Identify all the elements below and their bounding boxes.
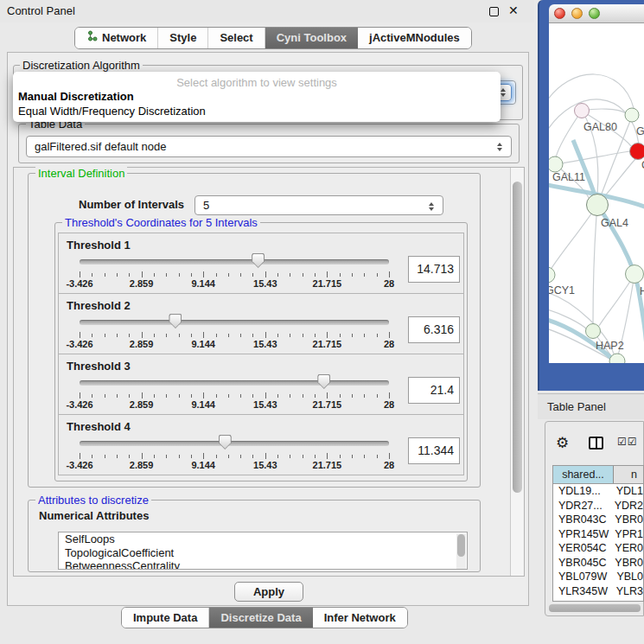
table-cell[interactable]: YPR1	[611, 527, 643, 542]
tab-jactivemnodules[interactable]: jActiveMNodules	[358, 28, 471, 48]
columns-icon[interactable]	[589, 437, 603, 450]
gear-icon[interactable]: ⚙	[556, 434, 569, 452]
tab-network[interactable]: Network	[75, 28, 158, 48]
bottom-tab-infer-network[interactable]: Infer Network	[313, 608, 407, 628]
slider-track[interactable]	[80, 259, 389, 265]
vertical-scrollbar[interactable]	[510, 168, 524, 576]
network-node[interactable]	[609, 354, 625, 363]
table-cell[interactable]: YDR27...	[553, 499, 611, 513]
tick-mark	[166, 273, 167, 277]
apply-button[interactable]: Apply	[234, 582, 303, 602]
table-data-combobox[interactable]: galFiltered.sif default node	[26, 136, 512, 157]
table-cell[interactable]: YBR0	[611, 513, 643, 527]
network-node-gcy1[interactable]	[549, 267, 555, 283]
zoom-traffic-light-icon[interactable]	[589, 8, 600, 19]
table-panel-title: Table Panel	[547, 400, 606, 413]
attributes-scrollbar[interactable]	[456, 533, 466, 569]
network-node-gal80[interactable]	[575, 104, 590, 118]
table-cell[interactable]: YDR2	[611, 499, 643, 513]
network-edge	[549, 205, 597, 272]
table-cell[interactable]: YLR345W	[553, 584, 613, 599]
network-node-gal11[interactable]	[549, 156, 563, 172]
select-checkboxes-icon[interactable]: ☑☑	[617, 436, 638, 448]
table-cell[interactable]: YDL19...	[553, 484, 613, 499]
attribute-list-item[interactable]: SelfLoops	[59, 532, 467, 546]
tick-mark	[166, 394, 167, 398]
table-row[interactable]: YDL19...YDL1	[553, 484, 643, 499]
table-cell[interactable]: YBR0	[611, 556, 643, 571]
table-cell[interactable]: YBR045C	[553, 556, 611, 571]
table-cell[interactable]: YBL079W	[553, 570, 613, 584]
attribute-list-item[interactable]: BetweennessCentrality	[59, 559, 467, 570]
threshold-slider[interactable]	[80, 252, 389, 270]
tick-mark	[277, 394, 278, 398]
table-cell[interactable]: YBL0	[613, 570, 643, 584]
close-traffic-light-icon[interactable]	[554, 8, 565, 19]
threshold-value-field[interactable]: 6.316	[408, 316, 460, 343]
network-window-titlebar[interactable]	[549, 4, 644, 23]
tab-label: Select	[220, 28, 252, 48]
network-node-hap2[interactable]	[586, 324, 601, 339]
attribute-list-item[interactable]: TopologicalCoefficient	[59, 546, 467, 560]
network-node-gal4[interactable]	[587, 194, 609, 216]
table-row[interactable]: YER054CYER0	[553, 541, 643, 556]
slider-track[interactable]	[80, 320, 389, 325]
tick-mark	[203, 392, 204, 399]
tick-label: 9.144	[191, 460, 215, 470]
slider-track[interactable]	[80, 380, 389, 386]
network-node-ga[interactable]	[625, 108, 639, 122]
table-row[interactable]: YIL052CYIL0	[553, 598, 643, 602]
threshold-value-field[interactable]: 14.713	[408, 256, 460, 283]
table-cell[interactable]: YLR3	[613, 584, 643, 599]
threshold-slider[interactable]	[80, 313, 389, 330]
network-node-c[interactable]	[630, 143, 644, 160]
column-header-name[interactable]: n	[614, 466, 643, 483]
numerical-attributes-list[interactable]: SelfLoopsTopologicalCoefficientBetweenne…	[58, 532, 468, 570]
tick-mark	[327, 271, 328, 277]
close-panel-icon[interactable]: ✕	[508, 3, 519, 17]
network-node-h[interactable]	[626, 265, 644, 284]
column-header-shared[interactable]: shared...	[553, 466, 614, 483]
slider-thumb-icon[interactable]	[169, 314, 182, 328]
bottom-tab-discretize-data[interactable]: Discretize Data	[209, 608, 312, 628]
threshold-label: Threshold 4	[67, 420, 131, 433]
table-row[interactable]: YBL079WYBL0	[553, 570, 643, 584]
table-cell[interactable]: YER054C	[553, 541, 611, 556]
table-row[interactable]: YLR345WYLR3	[553, 584, 643, 599]
dropdown-option-equal-width-frequency[interactable]: Equal Width/Frequency Discretization	[18, 105, 206, 118]
slider-thumb-icon[interactable]	[252, 253, 265, 268]
tick-label: 9.144	[191, 278, 215, 289]
network-canvas[interactable]: GAL80GACGAL11GAL4GCY1HHAP2	[549, 23, 644, 363]
tab-style[interactable]: Style	[158, 28, 208, 48]
tab-cyni-toolbox[interactable]: Cyni Toolbox	[265, 28, 358, 48]
interval-definition-title: Interval Definition	[35, 167, 127, 180]
slider-thumb-icon[interactable]	[317, 374, 330, 389]
number-of-intervals-combobox[interactable]: 5	[194, 195, 443, 215]
table-row[interactable]: YPR145WYPR1	[553, 527, 643, 542]
threshold-value-field[interactable]: 11.344	[408, 437, 460, 464]
horizontal-scrollbar-thumb[interactable]	[549, 604, 641, 612]
table-row[interactable]: YBR045CYBR0	[553, 556, 643, 571]
float-window-icon[interactable]	[489, 7, 499, 16]
threshold-slider[interactable]	[80, 373, 389, 391]
table-row[interactable]: YDR27...YDR2	[553, 499, 643, 513]
minimize-traffic-light-icon[interactable]	[571, 8, 583, 19]
tick-mark	[191, 273, 192, 277]
threshold-value-field[interactable]: 21.4	[408, 377, 460, 404]
slider-track[interactable]	[80, 441, 389, 446]
attributes-scrollbar-thumb[interactable]	[457, 534, 465, 557]
table-row[interactable]: YBR043CYBR0	[553, 513, 643, 527]
threshold-slider[interactable]	[80, 434, 389, 451]
horizontal-scrollbar[interactable]	[549, 604, 641, 612]
table-cell[interactable]: YBR043C	[553, 513, 611, 527]
vertical-scrollbar-thumb[interactable]	[513, 182, 522, 493]
table-cell[interactable]: YER0	[611, 541, 643, 556]
tab-select[interactable]: Select	[208, 28, 265, 48]
dropdown-option-manual-discretization[interactable]: Manual Discretization	[18, 90, 134, 103]
table-cell[interactable]: YIL052C	[553, 598, 614, 602]
slider-thumb-icon[interactable]	[219, 435, 232, 450]
table-cell[interactable]: YPR145W	[553, 527, 611, 542]
bottom-tab-impute-data[interactable]: Impute Data	[122, 608, 209, 628]
table-cell[interactable]: YIL0	[614, 598, 643, 602]
table-cell[interactable]: YDL1	[613, 484, 643, 499]
